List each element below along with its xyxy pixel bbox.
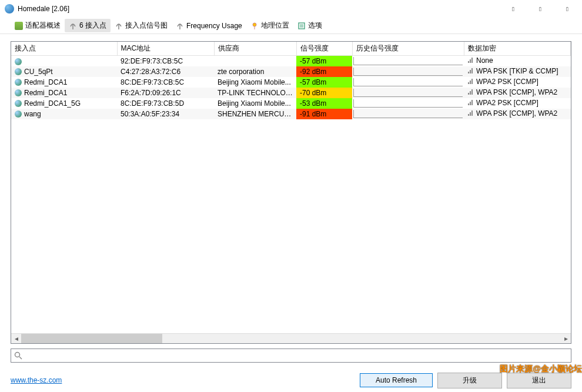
ap-icon — [15, 68, 22, 75]
tab-label: 适配器概述 — [25, 21, 61, 31]
svg-rect-15 — [470, 102, 471, 105]
ap-icon — [15, 58, 22, 65]
table-header-row: 接入点 MAC地址 供应商 信号强度 历史信号强度 数据加密 — [11, 42, 571, 56]
cell-ap: Redmi_DCA1 — [11, 77, 117, 88]
antenna-icon — [115, 22, 123, 30]
table-row[interactable]: wang50:3A:A0:5F:23:34SHENZHEN MERCURY...… — [11, 109, 571, 119]
cell-vendor: zte corporation — [214, 66, 296, 77]
svg-rect-4 — [471, 58, 473, 63]
antenna-icon — [69, 22, 77, 30]
scroll-right-arrow[interactable]: ▸ — [561, 334, 571, 344]
svg-rect-2 — [468, 61, 469, 63]
search-input[interactable] — [23, 351, 568, 360]
table-row[interactable]: Redmi_DCA1F6:2A:7D:09:26:1CTP-LINK TECHN… — [11, 88, 571, 98]
signal-bars-icon — [467, 67, 474, 76]
cell-vendor: TP-LINK TECHNOLOGI... — [214, 88, 296, 98]
cell-vendor: Beijing Xiaomi Mobile... — [214, 98, 296, 109]
options-icon — [297, 22, 306, 30]
svg-rect-8 — [468, 82, 469, 84]
tab-label: 地理位置 — [261, 21, 289, 31]
cell-mac: 8C:DE:F9:73:CB:5D — [117, 98, 214, 109]
tab-frequency-usage[interactable]: Frequency Usage — [172, 20, 246, 32]
table-row[interactable]: Redmi_DCA1_5G8C:DE:F9:73:CB:5DBeijing Xi… — [11, 98, 571, 109]
svg-rect-14 — [468, 103, 469, 105]
cell-signal: -91 dBm — [296, 109, 352, 119]
cell-history — [352, 77, 464, 88]
svg-rect-10 — [471, 79, 473, 84]
svg-rect-13 — [471, 89, 473, 95]
svg-rect-16 — [471, 100, 473, 105]
signal-bars-icon — [467, 56, 474, 65]
website-link[interactable]: www.the-sz.com — [11, 376, 62, 384]
tab-access-points[interactable]: 6 接入点 — [65, 19, 111, 32]
cell-encryption: WPA2 PSK [CCMP] — [464, 77, 571, 88]
cell-ap: CU_5qPt — [11, 66, 117, 77]
maximize-button[interactable]:  — [527, 0, 554, 18]
footer: www.the-sz.com Auto Refresh 升级 退出 — [0, 368, 582, 392]
toolbar: 适配器概述 6 接入点 接入点信号图 Frequency Usage 地理位置 … — [0, 18, 582, 34]
scroll-left-arrow[interactable]: ◂ — [11, 334, 21, 344]
col-header-vendor[interactable]: 供应商 — [214, 42, 296, 56]
svg-rect-5 — [468, 72, 469, 73]
table-row[interactable]: Redmi_DCA18C:DE:F9:73:CB:5CBeijing Xiaom… — [11, 77, 571, 88]
col-header-encryption[interactable]: 数据加密 — [464, 42, 571, 56]
minimize-button[interactable]:  — [500, 0, 527, 18]
window-title: Homedale [2.06] — [18, 5, 500, 13]
exit-button[interactable]: 退出 — [507, 373, 571, 388]
svg-rect-17 — [468, 114, 469, 116]
horizontal-scrollbar[interactable]: ◂ ▸ — [11, 333, 571, 343]
auto-refresh-button[interactable]: Auto Refresh — [360, 373, 433, 387]
cell-signal: -92 dBm — [296, 66, 352, 77]
tab-label: 6 接入点 — [79, 21, 106, 31]
svg-rect-7 — [471, 68, 473, 73]
scroll-thumb[interactable] — [21, 334, 162, 344]
cell-encryption: WPA PSK [TKIP & CCMP] — [464, 66, 571, 77]
svg-rect-3 — [470, 59, 471, 63]
col-header-history[interactable]: 历史信号强度 — [352, 42, 464, 56]
cell-encryption: WPA2 PSK [CCMP] — [464, 98, 571, 109]
signal-bars-icon — [467, 88, 474, 97]
svg-rect-6 — [470, 70, 471, 73]
titlebar: Homedale [2.06]    — [0, 0, 582, 18]
cell-history — [352, 98, 464, 109]
pin-icon — [250, 22, 259, 30]
cell-history — [352, 88, 464, 98]
upgrade-button[interactable]: 升级 — [437, 373, 502, 388]
svg-rect-18 — [470, 112, 471, 116]
cell-ap — [11, 56, 117, 66]
search-box[interactable] — [11, 349, 571, 363]
search-icon — [14, 351, 23, 360]
tab-label: Frequency Usage — [186, 22, 242, 30]
tab-signal-map[interactable]: 接入点信号图 — [111, 19, 172, 32]
cell-signal: -70 dBm — [296, 88, 352, 98]
tab-label: 接入点信号图 — [125, 21, 168, 31]
signal-bars-icon — [467, 109, 474, 118]
table-row[interactable]: 92:DE:F9:73:CB:5C-57 dBmNone — [11, 56, 571, 66]
tab-adapter-overview[interactable]: 适配器概述 — [11, 19, 65, 32]
cell-ap: Redmi_DCA1 — [11, 88, 117, 98]
cell-vendor: SHENZHEN MERCURY... — [214, 109, 296, 119]
col-header-mac[interactable]: MAC地址 — [117, 42, 214, 56]
ap-icon — [15, 79, 22, 86]
cell-signal: -57 dBm — [296, 77, 352, 88]
svg-point-0 — [253, 23, 256, 26]
table-row[interactable]: CU_5qPtC4:27:28:A3:72:C6zte corporation-… — [11, 66, 571, 77]
tab-options[interactable]: 选项 — [293, 19, 326, 32]
ap-icon — [15, 100, 22, 107]
svg-rect-9 — [470, 81, 471, 84]
cell-history — [352, 56, 464, 66]
col-header-ap[interactable]: 接入点 — [11, 42, 117, 56]
cell-history — [352, 109, 464, 119]
scroll-track[interactable] — [21, 334, 561, 344]
access-points-table: 接入点 MAC地址 供应商 信号强度 历史信号强度 数据加密 92:DE:F9:… — [11, 41, 571, 344]
cell-ap: wang — [11, 109, 117, 119]
svg-rect-12 — [470, 91, 471, 95]
cell-ap: Redmi_DCA1_5G — [11, 98, 117, 109]
cell-mac: F6:2A:7D:09:26:1C — [117, 88, 214, 98]
app-icon — [5, 4, 14, 14]
tab-label: 选项 — [308, 21, 322, 31]
svg-rect-11 — [468, 93, 469, 95]
tab-geolocation[interactable]: 地理位置 — [246, 19, 293, 32]
col-header-signal[interactable]: 信号强度 — [296, 42, 352, 56]
close-button[interactable]:  — [554, 0, 581, 18]
